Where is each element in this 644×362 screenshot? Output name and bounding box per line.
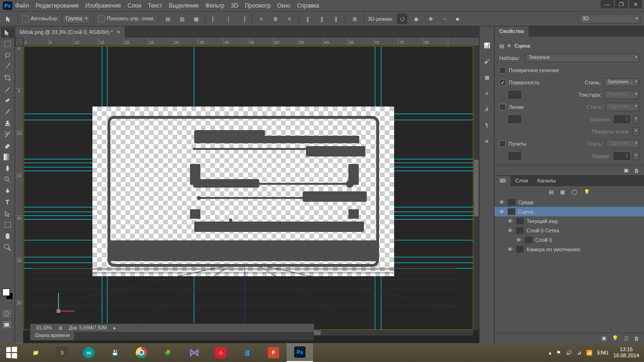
menu-file[interactable]: Файл (15, 2, 29, 9)
align-vcenter-icon[interactable]: ▥ (177, 14, 187, 24)
window-minimize[interactable]: ― (601, 0, 614, 8)
visibility-icon[interactable]: 👁 (498, 209, 505, 214)
canvas-scrollbar-v[interactable] (473, 46, 479, 330)
sets-dropdown[interactable]: Заказные (526, 54, 639, 62)
ruler-vertical[interactable]: 0510152025303540 (15, 46, 24, 343)
para-icon[interactable]: ¶ (482, 121, 492, 130)
distribute-1-icon[interactable]: ≡ (256, 14, 266, 24)
crop-tool[interactable] (1, 73, 14, 83)
task-photoshop[interactable]: Ps (287, 343, 313, 362)
tray-sound-icon[interactable]: 🔊 (566, 350, 572, 356)
zoom-tool[interactable] (1, 242, 14, 253)
layer-row[interactable]: 👁Текущий вид (495, 216, 644, 226)
align-bottom-icon[interactable]: ▦ (191, 14, 201, 24)
task-app2[interactable]: 📘 (234, 343, 260, 362)
brush-tool[interactable] (1, 107, 14, 117)
move-tool[interactable] (1, 27, 14, 38)
radius-field[interactable]: 1 (614, 152, 630, 160)
lines-swatch[interactable] (509, 115, 521, 123)
axis-gizmo[interactable] (52, 292, 76, 315)
tools-icon[interactable]: ✕ (482, 137, 492, 146)
menu-3d[interactable]: 3D (231, 2, 238, 9)
show-controls-check[interactable]: Показать упр. элем. (98, 16, 155, 22)
properties-tab[interactable]: Свойства (495, 26, 528, 37)
orbit-3d-icon[interactable]: ⭯ (397, 14, 407, 24)
points-style-dropdown[interactable]: Одноцве... (606, 140, 639, 148)
histogram-icon[interactable]: 📊 (482, 41, 492, 50)
tab-layers[interactable]: Слои (511, 176, 533, 186)
document-tab[interactable]: Mitnik.png @ 33,3% (Слой 0, RGB/8#) * × (15, 26, 125, 38)
task-vs[interactable]: ⋈ (181, 343, 207, 362)
layer-new-light-icon[interactable]: 💡 (612, 335, 619, 341)
layer-row[interactable]: 👁Слой 0 Сетка (495, 226, 644, 235)
surface-swatch[interactable] (509, 91, 521, 99)
stamp-tool[interactable] (1, 118, 14, 128)
lines-check[interactable] (499, 104, 506, 110)
tray-flag-icon[interactable]: ⚑ (556, 350, 561, 356)
tray-wifi-icon[interactable]: 📶 (586, 350, 593, 356)
roll-3d-icon[interactable]: ◉ (411, 14, 421, 24)
ruler-horizontal[interactable]: 05101520253035404550556065707580 (24, 38, 479, 46)
tab-3d[interactable]: 3D (495, 176, 511, 186)
dodge-tool[interactable] (1, 174, 14, 185)
props-delete-icon[interactable]: 🗑 (634, 168, 639, 173)
pan-3d-icon[interactable]: ✥ (425, 14, 436, 24)
menu-image[interactable]: Изображение (85, 2, 121, 9)
scene-list-icon[interactable]: ▤ (499, 43, 504, 49)
width-field[interactable]: 1 (614, 115, 630, 123)
layer-new-icon[interactable]: ◻ (624, 335, 628, 341)
radius-stepper[interactable] (633, 152, 639, 160)
tray-lang[interactable]: ENG (597, 350, 609, 355)
lines-style-dropdown[interactable]: Одноцве... (606, 103, 639, 111)
layer-render-icon[interactable]: ▣ (602, 335, 606, 341)
align-hcenter-icon[interactable]: │ (223, 14, 234, 24)
history-brush-tool[interactable] (1, 129, 14, 140)
texture-dropdown[interactable]: Недоступ... (604, 90, 639, 99)
align-right-icon[interactable]: ▕ (238, 14, 248, 24)
autoselect-check[interactable]: Автовыбор: (22, 16, 58, 22)
task-app1[interactable]: 🧩 (155, 343, 181, 362)
distribute-5-icon[interactable]: ‖ (317, 14, 327, 24)
doc-size-arrow[interactable]: ▸ (114, 325, 116, 330)
task-chrome[interactable] (128, 343, 155, 362)
width-stepper[interactable] (633, 115, 639, 123)
props-render-icon[interactable]: ▣ (624, 167, 628, 173)
camera-3d-icon[interactable]: ■〕 (454, 14, 464, 24)
visibility-icon[interactable]: 👁 (507, 247, 513, 252)
distribute-4-icon[interactable]: ‖ (303, 14, 313, 24)
quickmask-icon[interactable] (0, 308, 13, 319)
tray-net-icon[interactable]: ⊿ (577, 350, 581, 356)
layer-row[interactable]: 👁Сцена (495, 207, 644, 216)
workspace-dropdown[interactable]: 3D (579, 14, 640, 24)
cross-section-check[interactable] (499, 67, 506, 74)
screenmode-icon[interactable] (0, 320, 13, 330)
angle-limit-dropdown[interactable] (633, 127, 639, 136)
gradient-tool[interactable] (1, 152, 14, 162)
task-explorer[interactable]: 📁 (23, 343, 49, 362)
window-restore[interactable]: ❐ (615, 0, 628, 8)
filter-mesh-icon[interactable]: ▦ (560, 189, 565, 195)
distribute-3-icon[interactable]: ≡ (284, 14, 295, 24)
align-top-icon[interactable]: ▤ (163, 14, 173, 24)
text-tool[interactable]: T (1, 197, 14, 207)
tab-channels[interactable]: Каналы (533, 176, 561, 186)
align-left-icon[interactable]: ▏ (209, 14, 220, 24)
marquee-tool[interactable] (1, 39, 14, 49)
filter-material-icon[interactable]: ◯ (571, 189, 577, 195)
visibility-icon[interactable]: 👁 (498, 199, 505, 205)
layer-row[interactable]: 👁Среда (495, 197, 644, 207)
doc-size[interactable]: Док: 5,93M/7,50M (69, 325, 107, 330)
hand-tool[interactable] (1, 231, 14, 241)
preview-icon[interactable]: ⊞ (58, 325, 62, 330)
eyedropper-tool[interactable] (1, 84, 14, 94)
blur-tool[interactable] (1, 163, 14, 173)
tray-clock[interactable]: 13:15 18.08.2014 (613, 346, 639, 359)
menu-help[interactable]: Справка (297, 2, 319, 9)
adjust-icon[interactable]: ≡ (482, 89, 492, 98)
menu-filter[interactable]: Фильтр (206, 2, 224, 9)
brush-panel-icon[interactable]: 🖌 (482, 57, 492, 66)
distribute-2-icon[interactable]: ≣ (270, 14, 281, 24)
scene-light-icon[interactable]: ☀ (507, 43, 512, 49)
heal-tool[interactable] (1, 95, 14, 106)
lasso-tool[interactable] (1, 50, 14, 60)
